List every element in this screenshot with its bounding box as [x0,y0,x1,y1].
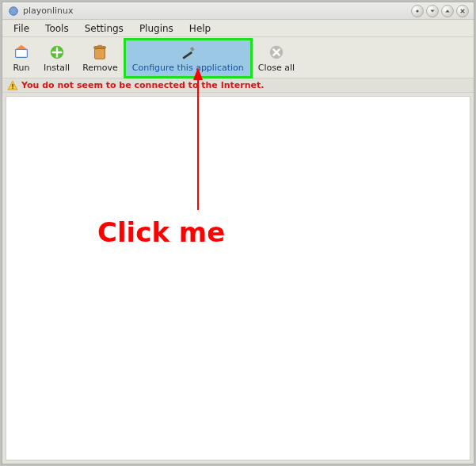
menu-label: Help [189,23,211,34]
warning-icon [7,80,18,91]
svg-rect-11 [12,87,13,88]
menu-label: File [13,23,29,34]
svg-rect-2 [16,49,28,57]
minimize-button[interactable] [411,5,424,17]
install-label: Install [44,63,70,73]
titlebar: playonlinux [2,2,474,20]
menu-label: Plugins [139,23,173,34]
restore-down-button[interactable] [426,5,439,17]
run-button[interactable]: Run [6,39,37,78]
annotation-text: Click me [97,216,225,248]
status-bar: You do not seem to be connected to the I… [2,78,474,93]
app-icon [7,5,20,17]
window-title: playonlinux [23,6,74,16]
remove-label: Remove [82,63,118,73]
menubar: File Tools Settings Plugins Help [2,20,474,37]
close-all-button[interactable]: Close all [252,39,301,78]
remove-icon [91,44,109,61]
app-window: playonlinux File Tools Settings Plugins … [2,2,474,464]
menu-file[interactable]: File [6,21,37,36]
svg-rect-5 [94,47,106,49]
install-icon [48,44,66,61]
menu-label: Tools [45,23,69,34]
svg-rect-6 [98,45,103,47]
menu-label: Settings [85,23,124,34]
svg-rect-4 [95,48,105,59]
close-all-icon [268,44,285,61]
configure-button[interactable]: Configure this application [124,39,252,78]
svg-rect-10 [12,83,13,86]
menu-plugins[interactable]: Plugins [131,21,181,36]
content-area [6,96,470,460]
svg-rect-7 [183,52,193,59]
toolbar: Run Install Remove [2,37,474,78]
configure-label: Configure this application [132,63,244,73]
close-button[interactable] [456,5,469,17]
remove-button[interactable]: Remove [76,39,124,78]
status-message: You do not seem to be connected to the I… [21,80,264,90]
svg-point-0 [10,6,18,15]
configure-icon [179,44,196,61]
run-label: Run [13,63,29,73]
menu-tools[interactable]: Tools [37,21,77,36]
close-all-label: Close all [258,63,295,73]
run-icon [13,44,30,61]
svg-point-1 [416,10,418,12]
install-button[interactable]: Install [37,39,76,78]
svg-rect-8 [190,47,195,52]
menu-help[interactable]: Help [181,21,219,36]
maximize-button[interactable] [441,5,454,17]
menu-settings[interactable]: Settings [77,21,131,36]
window-buttons [411,5,469,17]
